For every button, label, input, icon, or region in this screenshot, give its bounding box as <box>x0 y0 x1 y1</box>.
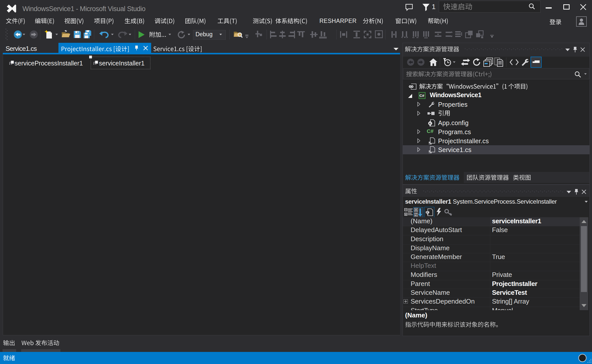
svg-text:A: A <box>415 208 417 212</box>
svg-text:Z: Z <box>415 213 417 216</box>
